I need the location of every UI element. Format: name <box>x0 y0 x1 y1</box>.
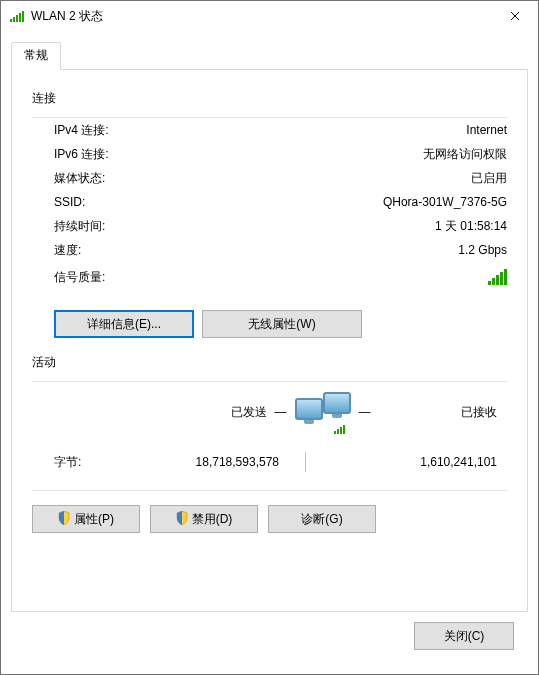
dialog-footer: 关闭(C) <box>11 612 528 664</box>
diagnose-button[interactable]: 诊断(G) <box>268 505 376 533</box>
value-speed: 1.2 Gbps <box>458 243 507 257</box>
wifi-icon <box>9 8 25 24</box>
window-root: WLAN 2 状态 常规 连接 IPv4 连接: Internet IPv6 连… <box>0 0 539 675</box>
divider <box>32 490 507 491</box>
label-duration: 持续时间: <box>54 218 105 235</box>
window-close-button[interactable] <box>492 1 538 31</box>
connection-buttons: 详细信息(E)... 无线属性(W) <box>54 310 507 338</box>
dash: — <box>275 405 287 419</box>
row-media: 媒体状态: 已启用 <box>54 166 507 190</box>
connection-list: IPv4 连接: Internet IPv6 连接: 无网络访问权限 媒体状态:… <box>54 118 507 292</box>
received-label: 已接收 <box>379 404 498 421</box>
label-ipv4: IPv4 连接: <box>54 122 109 139</box>
dialog-body: 常规 连接 IPv4 连接: Internet IPv6 连接: 无网络访问权限… <box>1 31 538 674</box>
details-button[interactable]: 详细信息(E)... <box>54 310 194 338</box>
svg-rect-0 <box>10 19 12 22</box>
bytes-label: 字节: <box>54 454 114 471</box>
value-ipv6: 无网络访问权限 <box>423 146 507 163</box>
row-ipv6: IPv6 连接: 无网络访问权限 <box>54 142 507 166</box>
tab-panel: 连接 IPv4 连接: Internet IPv6 连接: 无网络访问权限 媒体… <box>11 69 528 612</box>
bytes-received-value: 1,610,241,101 <box>332 455 497 469</box>
properties-button-label: 属性(P) <box>74 511 114 528</box>
tab-header: 常规 <box>11 41 528 69</box>
row-speed: 速度: 1.2 Gbps <box>54 238 507 262</box>
vertical-divider <box>305 452 306 472</box>
activity-group-label: 活动 <box>32 354 507 371</box>
network-activity-icon <box>295 392 351 432</box>
sent-label: 已发送 <box>148 404 267 421</box>
activity-icon-wrap <box>295 392 351 432</box>
label-ssid: SSID: <box>54 195 85 209</box>
svg-rect-1 <box>13 17 15 22</box>
activity-buttons: 属性(P) 禁用(D) 诊断(G) <box>32 505 507 533</box>
bytes-sent-value: 18,718,593,578 <box>114 455 279 469</box>
label-speed: 速度: <box>54 242 81 259</box>
row-duration: 持续时间: 1 天 01:58:14 <box>54 214 507 238</box>
label-media: 媒体状态: <box>54 170 105 187</box>
value-ipv4: Internet <box>466 123 507 137</box>
shield-icon <box>58 511 70 528</box>
close-button[interactable]: 关闭(C) <box>414 622 514 650</box>
label-ipv6: IPv6 连接: <box>54 146 109 163</box>
titlebar: WLAN 2 状态 <box>1 1 538 31</box>
label-signal: 信号质量: <box>54 269 105 286</box>
value-ssid: QHora-301W_7376-5G <box>383 195 507 209</box>
tab-general[interactable]: 常规 <box>11 42 61 70</box>
disable-button-label: 禁用(D) <box>192 511 233 528</box>
svg-rect-4 <box>22 11 24 22</box>
row-signal: 信号质量: <box>54 262 507 292</box>
window-title: WLAN 2 状态 <box>31 8 492 25</box>
activity-header: 已发送 — — 已接收 <box>32 392 507 432</box>
row-ssid: SSID: QHora-301W_7376-5G <box>54 190 507 214</box>
value-signal <box>488 269 507 285</box>
value-media: 已启用 <box>471 170 507 187</box>
close-icon <box>510 11 520 21</box>
signal-bars-icon <box>488 269 507 285</box>
diagnose-button-label: 诊断(G) <box>301 511 342 528</box>
wireless-properties-button[interactable]: 无线属性(W) <box>202 310 362 338</box>
dash: — <box>359 405 371 419</box>
svg-rect-3 <box>19 13 21 22</box>
divider <box>32 381 507 382</box>
activity-bytes-row: 字节: 18,718,593,578 1,610,241,101 <box>32 452 507 472</box>
row-ipv4: IPv4 连接: Internet <box>54 118 507 142</box>
value-duration: 1 天 01:58:14 <box>435 218 507 235</box>
svg-rect-2 <box>16 15 18 22</box>
shield-icon <box>176 511 188 528</box>
disable-button[interactable]: 禁用(D) <box>150 505 258 533</box>
connection-group-label: 连接 <box>32 90 507 107</box>
properties-button[interactable]: 属性(P) <box>32 505 140 533</box>
